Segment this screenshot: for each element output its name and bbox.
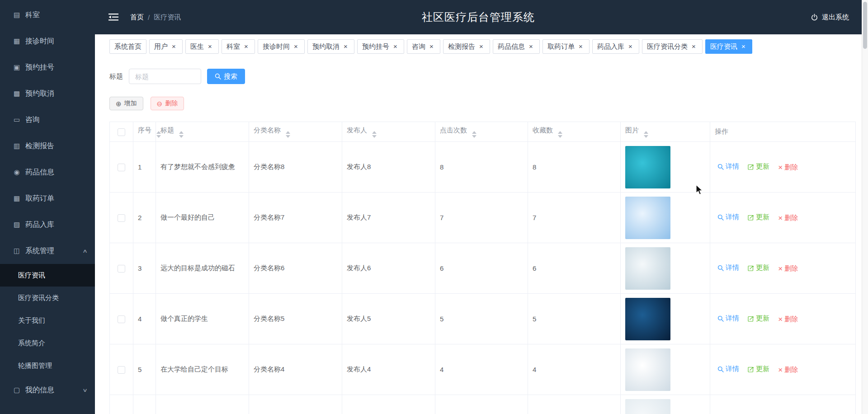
sidebar-subitem-system-intro[interactable]: 系统简介 — [0, 332, 95, 354]
title-search-input[interactable] — [129, 69, 201, 84]
tab-close-icon[interactable]: × — [342, 43, 349, 51]
sidebar-item-reception-time[interactable]: ▦ 接诊时间 — [0, 28, 95, 54]
tab-medical-news[interactable]: 医疗资讯 × — [705, 39, 752, 54]
column-header-publisher[interactable]: 发布人 — [342, 122, 435, 142]
update-link[interactable]: 更新 — [748, 365, 769, 373]
scrollbar-thumb[interactable] — [863, 2, 867, 49]
delete-link[interactable]: × 删除 — [778, 163, 798, 172]
sort-desc-icon[interactable] — [179, 135, 184, 138]
sort-desc-icon[interactable] — [558, 135, 562, 138]
tab-close-icon[interactable]: × — [206, 43, 214, 51]
column-header-favorites[interactable]: 收藏数 — [528, 122, 621, 142]
sort-asc-icon[interactable] — [558, 131, 562, 134]
row-checkbox[interactable] — [118, 315, 125, 323]
sort-desc-icon[interactable] — [644, 135, 648, 138]
tab-home[interactable]: 系统首页 — [109, 39, 146, 54]
detail-link[interactable]: 详情 — [717, 314, 739, 323]
delete-link[interactable]: × 删除 — [778, 264, 798, 273]
detail-link[interactable]: 详情 — [717, 365, 739, 373]
row-checkbox[interactable] — [118, 164, 125, 171]
sidebar-item-department[interactable]: ▤ 科室 — [0, 2, 95, 28]
tab-medical-news-category[interactable]: 医疗资讯分类 × — [642, 39, 703, 54]
tab-appointment-cancel[interactable]: 预约取消 × — [307, 39, 354, 54]
breadcrumb-home[interactable]: 首页 — [130, 13, 144, 22]
sort-asc-icon[interactable] — [179, 131, 184, 134]
tab-appointment-register[interactable]: 预约挂号 × — [357, 39, 404, 54]
detail-link[interactable]: 详情 — [717, 263, 739, 272]
tab-close-icon[interactable]: × — [392, 43, 399, 51]
sort-asc-icon[interactable] — [644, 131, 648, 134]
sidebar-subitem-carousel-management[interactable]: 轮播图管理 — [0, 354, 95, 377]
tab-close-icon[interactable]: × — [170, 43, 178, 51]
sidebar-item-appointment-register[interactable]: ▣ 预约挂号 — [0, 54, 95, 80]
search-button[interactable]: 搜索 — [207, 69, 245, 84]
sort-caret[interactable] — [372, 131, 377, 138]
update-link[interactable]: 更新 — [748, 263, 769, 272]
sidebar-item-medicine-info[interactable]: ◉ 药品信息 — [0, 159, 95, 185]
tab-close-icon[interactable]: × — [690, 43, 698, 51]
tab-medicine-info[interactable]: 药品信息 × — [493, 39, 540, 54]
detail-link[interactable]: 详情 — [717, 162, 739, 171]
sort-asc-icon[interactable] — [472, 131, 476, 134]
delete-link[interactable]: × 删除 — [778, 315, 798, 324]
sort-caret[interactable] — [286, 131, 290, 138]
vertical-scrollbar[interactable] — [862, 0, 868, 414]
column-header-title[interactable]: 标题 — [156, 122, 249, 142]
sidebar-item-appointment-cancel[interactable]: ▩ 预约取消 — [0, 80, 95, 107]
sidebar-item-system-management[interactable]: ◫ 系统管理 ∧ — [0, 238, 95, 264]
tab-label: 咨询 — [412, 42, 425, 51]
sort-desc-icon[interactable] — [372, 135, 377, 138]
delete-button[interactable]: ⊖ 删除 — [151, 97, 184, 110]
column-header-image[interactable]: 图片 — [621, 122, 710, 142]
sort-caret[interactable] — [558, 131, 562, 138]
tab-close-icon[interactable]: × — [577, 43, 585, 51]
tab-close-icon[interactable]: × — [242, 43, 250, 51]
delete-link[interactable]: × 删除 — [778, 214, 798, 222]
column-header-index[interactable]: 序号 — [133, 122, 156, 142]
update-link[interactable]: 更新 — [748, 162, 769, 171]
tab-close-icon[interactable]: × — [740, 43, 747, 51]
tab-close-icon[interactable]: × — [627, 43, 634, 51]
select-all-checkbox[interactable] — [118, 128, 125, 136]
tab-medicine-order[interactable]: 取药订单 × — [542, 39, 590, 54]
logout-button[interactable]: 退出系统 — [811, 13, 849, 22]
row-checkbox[interactable] — [118, 265, 125, 273]
update-link[interactable]: 更新 — [748, 314, 769, 323]
sidebar-item-consultation[interactable]: ▭ 咨询 — [0, 107, 95, 133]
column-header-actions[interactable]: 操作 — [710, 122, 856, 142]
sidebar-item-test-report[interactable]: ▥ 检测报告 — [0, 133, 95, 159]
column-header-clicks[interactable]: 点击次数 — [435, 122, 528, 142]
sort-desc-icon[interactable] — [286, 135, 290, 138]
sidebar-item-medicine-inbound[interactable]: ▨ 药品入库 — [0, 212, 95, 238]
tab-test-report[interactable]: 检测报告 × — [443, 39, 490, 54]
tab-department[interactable]: 科室 × — [222, 39, 255, 54]
update-link[interactable]: 更新 — [748, 213, 769, 221]
sort-asc-icon[interactable] — [286, 131, 290, 134]
sort-caret[interactable] — [179, 131, 184, 138]
sort-desc-icon[interactable] — [472, 135, 476, 138]
tab-medicine-inbound[interactable]: 药品入库 × — [592, 39, 639, 54]
tab-reception-time[interactable]: 接诊时间 × — [258, 39, 305, 54]
tab-close-icon[interactable]: × — [527, 43, 535, 51]
sort-caret[interactable] — [644, 131, 648, 138]
tab-close-icon[interactable]: × — [477, 43, 485, 51]
detail-link[interactable]: 详情 — [717, 213, 739, 221]
tab-user[interactable]: 用户 × — [149, 39, 183, 54]
sort-caret[interactable] — [472, 131, 476, 138]
sidebar-item-my-info[interactable]: ▢ 我的信息 ∨ — [0, 377, 95, 403]
sidebar-subitem-medical-news[interactable]: 医疗资讯 — [0, 264, 95, 287]
row-checkbox[interactable] — [118, 214, 125, 222]
add-button[interactable]: ⊕ 增加 — [109, 97, 143, 110]
row-checkbox[interactable] — [118, 366, 125, 374]
delete-link[interactable]: × 删除 — [778, 366, 798, 374]
sidebar-item-medicine-order[interactable]: ▦ 取药订单 — [0, 185, 95, 212]
column-header-category[interactable]: 分类名称 — [249, 122, 342, 142]
sidebar-subitem-medical-news-category[interactable]: 医疗资讯分类 — [0, 287, 95, 309]
sort-asc-icon[interactable] — [372, 131, 377, 134]
tab-consultation[interactable]: 咨询 × — [407, 39, 440, 54]
tab-doctor[interactable]: 医生 × — [185, 39, 219, 54]
sidebar-subitem-about-us[interactable]: 关于我们 — [0, 309, 95, 332]
tab-close-icon[interactable]: × — [292, 43, 300, 51]
tab-close-icon[interactable]: × — [428, 43, 435, 51]
collapse-sidebar-button[interactable] — [108, 13, 118, 21]
